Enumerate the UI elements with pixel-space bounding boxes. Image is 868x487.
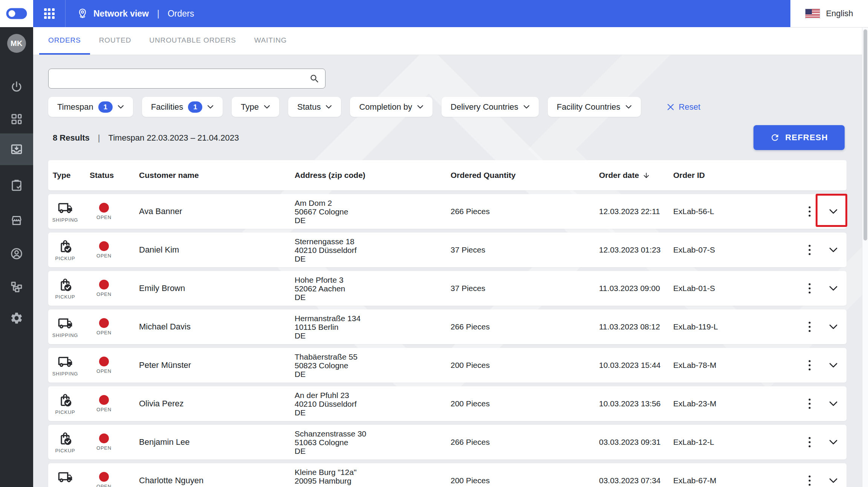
customer-name: Emily Brown xyxy=(139,283,295,293)
dashboard-icon xyxy=(10,112,23,126)
column-header-type[interactable]: Type xyxy=(48,171,82,180)
status-open-dot xyxy=(99,433,109,443)
filter-chip-label: Timespan xyxy=(57,102,93,112)
refresh-button[interactable]: REFRESH xyxy=(753,125,845,150)
filter-chip-timespan[interactable]: Timespan1 xyxy=(48,97,133,117)
sidebar-item-network[interactable] xyxy=(0,275,33,299)
order-id: ExLab-23-M xyxy=(673,399,799,408)
table-row[interactable]: PICKUPOPENEmily BrownHohe Pforte 352062 … xyxy=(48,271,847,306)
sidebar-item-settings[interactable] xyxy=(0,306,33,330)
order-id: ExLab-56-L xyxy=(673,207,799,216)
column-header-address--zip-code-[interactable]: Address (zip code) xyxy=(295,171,451,180)
sidebar-item-orders[interactable] xyxy=(0,133,33,165)
column-header-order-id[interactable]: Order ID xyxy=(673,171,799,180)
filter-chip-type[interactable]: Type xyxy=(232,97,279,117)
customer-name: Peter Münster xyxy=(139,360,295,370)
tab-waiting[interactable]: WAITING xyxy=(245,27,296,55)
row-menu-button[interactable] xyxy=(799,309,820,344)
order-status: OPEN xyxy=(89,357,119,374)
row-menu-button[interactable] xyxy=(799,348,820,383)
row-menu-button[interactable] xyxy=(799,271,820,306)
order-status: OPEN xyxy=(89,318,119,335)
table-row[interactable]: SHIPPINGOPENPeter MünsterThabäerstraße 5… xyxy=(48,348,847,383)
table-row[interactable]: SHIPPINGOPENMichael DavisHermanstraße 13… xyxy=(48,309,847,344)
order-type-label: SHIPPING xyxy=(52,217,78,223)
address: Schanzenstrasse 3051063 CologneDE xyxy=(295,429,451,455)
chevron-down-icon xyxy=(829,401,838,406)
results-timespan: Timespan 22.03.2023 – 21.04.2023 xyxy=(108,133,239,143)
chevron-down-icon xyxy=(417,105,423,109)
sidebar-item-dashboard[interactable] xyxy=(0,107,33,131)
chevron-down-icon xyxy=(829,363,838,368)
filter-chip-facilities[interactable]: Facilities1 xyxy=(142,97,223,117)
order-type-label: SHIPPING xyxy=(52,371,78,377)
row-menu-button[interactable] xyxy=(799,425,820,459)
tab-orders[interactable]: ORDERS xyxy=(39,27,90,55)
filter-chip-delivery-countries[interactable]: Delivery Countries xyxy=(442,97,539,117)
table-row[interactable]: PICKUPOPENDaniel KimSternengasse 1840210… xyxy=(48,233,847,267)
reset-filters-button[interactable]: Reset xyxy=(666,102,700,112)
table-row[interactable]: PICKUPOPENBenjamin LeeSchanzenstrasse 30… xyxy=(48,425,847,459)
search-input[interactable] xyxy=(49,74,304,84)
order-id: ExLab-67-M xyxy=(673,476,799,485)
search-icon[interactable] xyxy=(304,74,325,84)
top-bar: Network view | Orders xyxy=(33,0,790,27)
row-expand-button[interactable] xyxy=(820,386,847,421)
row-menu-button[interactable] xyxy=(799,194,820,229)
row-expand-button[interactable] xyxy=(820,194,847,229)
status-open-dot xyxy=(99,203,109,213)
order-date: 03.03.2023 09:31 xyxy=(599,438,673,447)
chevron-down-icon xyxy=(264,105,270,109)
column-header-status[interactable]: Status xyxy=(82,171,139,180)
order-type: PICKUP xyxy=(48,393,82,415)
row-menu-button[interactable] xyxy=(799,386,820,421)
row-menu-button[interactable] xyxy=(799,233,820,267)
row-menu-button[interactable] xyxy=(799,463,820,487)
order-date: 12.03.2023 22:11 xyxy=(599,207,673,216)
order-type-label: PICKUP xyxy=(55,256,75,261)
avatar[interactable]: MK xyxy=(7,34,26,53)
power-icon xyxy=(10,80,23,94)
sidebar-item-facilities[interactable] xyxy=(0,209,33,232)
order-date: 11.03.2023 09:00 xyxy=(599,284,673,293)
order-type: SHIPPING xyxy=(48,470,82,487)
table-row[interactable]: SHIPPINGOPENCharlotte NguyenKleine Burg … xyxy=(48,463,847,487)
customer-name: Ava Banner xyxy=(139,207,295,216)
tab-routed[interactable]: ROUTED xyxy=(90,27,141,55)
order-date: 10.03.2023 13:56 xyxy=(599,399,673,408)
column-header-customer-name[interactable]: Customer name xyxy=(139,171,295,180)
row-expand-button[interactable] xyxy=(820,309,847,344)
order-status-label: OPEN xyxy=(96,484,112,487)
row-expand-button[interactable] xyxy=(820,463,847,487)
row-expand-button[interactable] xyxy=(820,425,847,459)
refresh-icon xyxy=(770,133,780,142)
filter-chip-label: Facility Countries xyxy=(557,102,620,112)
column-header-ordered-quantity[interactable]: Ordered Quantity xyxy=(451,171,599,180)
filter-chip-facility-countries[interactable]: Facility Countries xyxy=(548,97,641,117)
tab-unroutable-orders[interactable]: UNROUTABLE ORDERS xyxy=(140,27,245,55)
row-expand-button[interactable] xyxy=(820,348,847,383)
address: Thabäerstraße 5550823 CologneDE xyxy=(295,352,451,378)
filter-chip-completion-by[interactable]: Completion by xyxy=(350,97,432,117)
column-header-order-date[interactable]: Order date xyxy=(599,171,673,180)
table-row[interactable]: PICKUPOPENOlivia PerezAn der Pfuhl 23402… xyxy=(48,386,847,421)
sidebar-item-customers[interactable] xyxy=(0,242,33,265)
results-count: 8 Results xyxy=(53,133,90,143)
order-id: ExLab-78-M xyxy=(673,361,799,370)
sidebar-item-logout[interactable] xyxy=(0,75,33,99)
filter-chip-label: Facilities xyxy=(151,102,183,112)
language-selector[interactable]: English xyxy=(790,0,868,28)
scrollbar-thumb[interactable] xyxy=(863,29,867,240)
row-expand-button[interactable] xyxy=(820,271,847,306)
app-root: MK Network view xyxy=(0,0,868,487)
apps-grid-button[interactable] xyxy=(33,0,66,27)
scrollbar-track[interactable] xyxy=(862,28,868,487)
truck-icon xyxy=(58,470,73,485)
brand-logo xyxy=(0,0,33,27)
sidebar-item-tasks[interactable] xyxy=(0,174,33,197)
table-row[interactable]: SHIPPINGOPENAva BannerAm Dom 250667 Colo… xyxy=(48,194,847,229)
filter-chip-status[interactable]: Status xyxy=(288,97,341,117)
filter-chip-label: Completion by xyxy=(359,102,412,112)
status-open-dot xyxy=(99,280,109,289)
row-expand-button[interactable] xyxy=(820,233,847,267)
